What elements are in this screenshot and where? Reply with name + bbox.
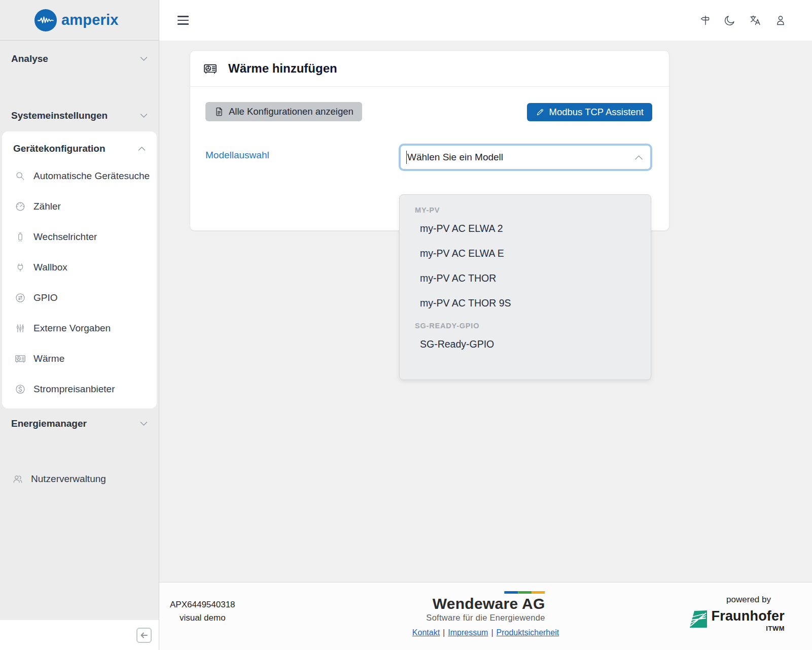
fraunhofer-institute: ITWM <box>766 625 785 632</box>
sidebar-expanded-group: Gerätekonfiguration Automatische Gerätes… <box>2 131 157 408</box>
sidebar-section-geraetekonfiguration[interactable]: Gerätekonfiguration <box>2 136 157 161</box>
wendeware-logo: Wendeware AG Software für die Energiewen… <box>412 591 559 637</box>
search-icon <box>15 170 26 182</box>
show-all-configurations-button[interactable]: Alle Konfigurationen anzeigen <box>205 102 362 121</box>
model-select-input[interactable]: Wählen Sie ein Modell <box>399 144 652 171</box>
chevron-down-icon <box>140 421 148 426</box>
powered-by-label: powered by <box>726 595 771 605</box>
device-mode: visual demo <box>170 611 235 625</box>
fraunhofer-emblem-icon <box>689 610 708 628</box>
collapse-sidebar-icon[interactable] <box>136 627 152 643</box>
signpost-icon[interactable] <box>698 14 711 26</box>
heat-pump-icon <box>203 62 217 76</box>
chevron-down-icon <box>140 56 148 61</box>
inverter-icon <box>15 231 26 243</box>
footer: APX6449540318 visual demo Wendeware AG S… <box>159 582 812 650</box>
dropdown-group-label: SG-READY-GPIO <box>415 322 651 330</box>
sidebar-section-energiemanager[interactable]: Energiemanager <box>0 412 159 436</box>
plug-icon <box>15 262 26 273</box>
chevron-down-icon <box>140 113 148 118</box>
link-produktsicherheit[interactable]: Produktsicherheit <box>497 628 559 637</box>
main-area: Wärme hinzufügen Alle Konfigurationen an… <box>159 0 812 650</box>
link-kontakt[interactable]: Kontakt <box>412 628 440 637</box>
dropdown-option[interactable]: my-PV AC THOR 9S <box>400 291 651 316</box>
link-impressum[interactable]: Impressum <box>448 628 488 637</box>
sidebar-item-gpio[interactable]: GPIO <box>2 283 157 313</box>
brand-name: amperix <box>61 12 119 28</box>
page-title: Wärme hinzufügen <box>228 61 337 76</box>
dropdown-group-label: MY-PV <box>415 206 651 214</box>
moon-icon[interactable] <box>724 14 736 26</box>
footer-links: Kontakt|Impressum|Produktsicherheit <box>412 628 559 637</box>
sidebar-item-wallbox[interactable]: Wallbox <box>2 252 157 283</box>
sidebar: amperix Analyse Systemeinstellungen Gerä… <box>0 0 159 650</box>
brand-logo[interactable]: amperix <box>0 0 159 41</box>
sidebar-footer <box>0 620 159 650</box>
device-id: APX6449540318 <box>170 598 235 611</box>
card-header: Wärme hinzufügen <box>190 51 669 87</box>
chevron-up-icon <box>138 146 146 151</box>
dropdown-option[interactable]: my-PV AC ELWA 2 <box>400 216 651 241</box>
model-select-placeholder: Wählen Sie ein Modell <box>407 152 634 163</box>
text-caret <box>406 151 407 164</box>
sidebar-item-nutzerverwaltung[interactable]: Nutzerverwaltung <box>0 464 159 494</box>
translate-icon[interactable] <box>749 14 761 26</box>
topbar-icons <box>698 14 787 26</box>
document-icon <box>214 107 224 117</box>
sidebar-item-automatische-geraetesuche[interactable]: Automatische Gerätesuche <box>2 161 157 191</box>
content: Wärme hinzufügen Alle Konfigurationen an… <box>159 41 812 582</box>
heat-pump-icon <box>15 353 26 364</box>
sidebar-item-zaehler[interactable]: Zähler <box>2 191 157 222</box>
swap-arrows-icon <box>15 292 26 303</box>
sidebar-item-externe-vorgaben[interactable]: Externe Vorgaben <box>2 313 157 344</box>
sidebar-nav: Analyse Systemeinstellungen Gerätekonfig… <box>0 41 159 494</box>
user-icon[interactable] <box>774 14 787 26</box>
dropdown-option[interactable]: my-PV AC ELWA E <box>400 241 651 266</box>
wendeware-color-bar <box>505 591 545 594</box>
meter-gauge-icon <box>15 201 26 212</box>
card-body: Alle Konfigurationen anzeigen Modbus TCP… <box>190 87 669 171</box>
sliders-icon <box>15 323 26 334</box>
company-tagline: Software für die Energiewende <box>426 613 545 623</box>
company-name: Wendeware AG <box>433 596 545 612</box>
dropdown-option[interactable]: SG-Ready-GPIO <box>400 332 651 357</box>
sidebar-item-waerme[interactable]: Wärme <box>2 344 157 374</box>
hamburger-menu-icon[interactable] <box>178 16 189 25</box>
powered-by-block: powered by Fraunhofer ITWM <box>689 595 785 632</box>
fraunhofer-name: Fraunhofer <box>711 609 785 624</box>
modbus-tcp-assistant-button[interactable]: Modbus TCP Assistent <box>527 103 652 121</box>
sidebar-section-systemeinstellungen[interactable]: Systemeinstellungen <box>0 104 159 128</box>
sidebar-section-analyse[interactable]: Analyse <box>0 47 159 71</box>
users-icon <box>12 473 23 485</box>
chevron-up-icon <box>634 155 643 160</box>
waveform-logo-icon <box>34 9 57 31</box>
pen-icon <box>536 108 545 117</box>
dropdown-option[interactable]: my-PV AC THOR <box>400 266 651 291</box>
model-dropdown-list: MY-PV my-PV AC ELWA 2 my-PV AC ELWA E my… <box>399 194 651 380</box>
fraunhofer-logo: Fraunhofer ITWM <box>689 609 785 632</box>
sidebar-item-wechselrichter[interactable]: Wechselrichter <box>2 222 157 252</box>
price-dollar-icon <box>15 384 26 395</box>
topbar <box>159 0 812 41</box>
model-select-label: Modellauswahl <box>205 144 399 171</box>
device-info: APX6449540318 visual demo <box>170 598 235 625</box>
sidebar-item-strompreisanbieter[interactable]: Strompreisanbieter <box>2 374 157 404</box>
